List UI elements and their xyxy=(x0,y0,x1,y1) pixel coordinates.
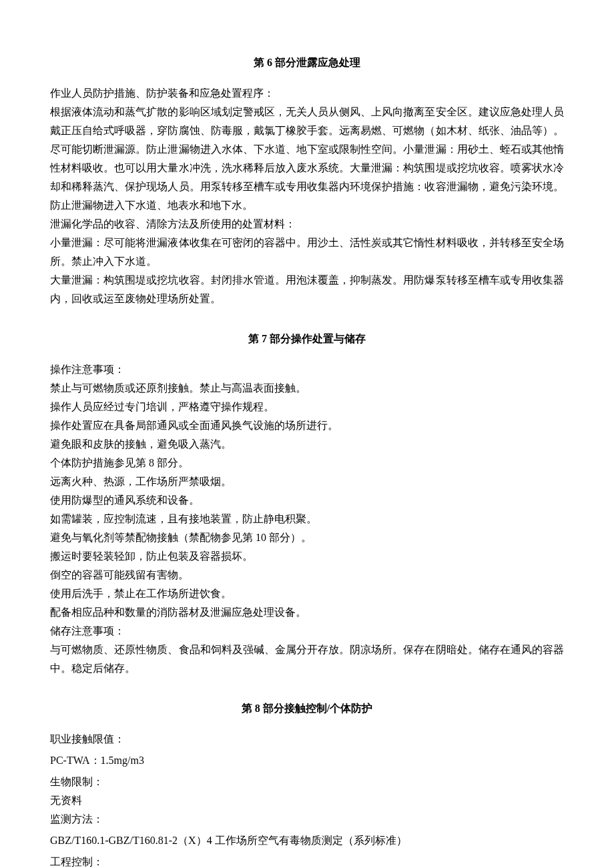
section-6-title: 第 6 部分泄露应急处理 xyxy=(50,53,564,72)
s7-op-line-12: 配备相应品种和数量的消防器材及泄漏应急处理设备。 xyxy=(50,603,564,622)
s7-store-label: 储存注意事项： xyxy=(50,622,564,640)
s7-op-label: 操作注意事项： xyxy=(50,360,564,379)
s7-op-line-11: 使用后洗手，禁止在工作场所进饮食。 xyxy=(50,584,564,603)
s8-eng-label: 工程控制： xyxy=(50,853,564,868)
section-6-title-text: 第 6 部分泄露应急处理 xyxy=(254,57,360,68)
s8-monitor-label: 监测方法： xyxy=(50,810,564,829)
section-8-title: 第 8 部分接触控制/个体防护 xyxy=(50,699,564,718)
s6-p1-label: 作业人员防护措施、防护装备和应急处置程序： xyxy=(50,84,564,103)
s7-op-line-1: 操作人员应经过专门培训，严格遵守操作规程。 xyxy=(50,398,564,416)
s7-op-line-0: 禁止与可燃物质或还原剂接触。禁止与高温表面接触。 xyxy=(50,379,564,398)
s8-limit-value: PC-TWA：1.5mg/m3 xyxy=(50,751,564,770)
s7-store-body: 与可燃物质、还原性物质、食品和饲料及强碱、金属分开存放。阴凉场所。保存在阴暗处。… xyxy=(50,640,564,678)
section-8-title-text: 第 8 部分接触控制/个体防护 xyxy=(242,703,372,714)
s6-p2-large: 大量泄漏：构筑围堤或挖坑收容。封闭排水管道。用泡沫覆盖，抑制蒸发。用防爆泵转移至… xyxy=(50,271,564,308)
s7-op-line-3: 避免眼和皮肤的接触，避免吸入蒸汽。 xyxy=(50,435,564,454)
s7-op-line-2: 操作处置应在具备局部通风或全面通风换气设施的场所进行。 xyxy=(50,416,564,435)
s7-op-line-10: 倒空的容器可能残留有害物。 xyxy=(50,566,564,584)
s6-p2-small: 小量泄漏：尽可能将泄漏液体收集在可密闭的容器中。用沙土、活性炭或其它惰性材料吸收… xyxy=(50,234,564,271)
s6-p2-label: 泄漏化学品的收容、清除方法及所使用的处置材料： xyxy=(50,215,564,234)
s7-op-line-8: 避免与氧化剂等禁配物接触（禁配物参见第 10 部分）。 xyxy=(50,528,564,547)
s8-bio-label: 生物限制： xyxy=(50,773,564,791)
s8-monitor-value: GBZ/T160.1-GBZ/T160.81-2（X）4 工作场所空气有毒物质测… xyxy=(50,831,564,850)
s7-op-line-7: 如需罐装，应控制流速，且有接地装置，防止静电积聚。 xyxy=(50,510,564,528)
s8-bio-value: 无资料 xyxy=(50,791,564,810)
s7-op-line-9: 搬运时要轻装轻卸，防止包装及容器损坏。 xyxy=(50,547,564,566)
section-7-title-text: 第 7 部分操作处置与储存 xyxy=(248,333,366,344)
section-8: 第 8 部分接触控制/个体防护 职业接触限值： PC-TWA：1.5mg/m3 … xyxy=(50,699,564,868)
s7-op-line-6: 使用防爆型的通风系统和设备。 xyxy=(50,491,564,510)
s6-p1-body: 根据液体流动和蒸气扩散的影响区域划定警戒区，无关人员从侧风、上风向撤离至安全区。… xyxy=(50,103,564,215)
section-6: 第 6 部分泄露应急处理 作业人员防护措施、防护装备和应急处置程序： 根据液体流… xyxy=(50,53,564,308)
s7-op-line-4: 个体防护措施参见第 8 部分。 xyxy=(50,454,564,472)
section-7: 第 7 部分操作处置与储存 操作注意事项： 禁止与可燃物质或还原剂接触。禁止与高… xyxy=(50,330,564,678)
section-7-title: 第 7 部分操作处置与储存 xyxy=(50,330,564,348)
s7-op-line-5: 远离火种、热源，工作场所严禁吸烟。 xyxy=(50,472,564,491)
s8-limit-label: 职业接触限值： xyxy=(50,730,564,749)
